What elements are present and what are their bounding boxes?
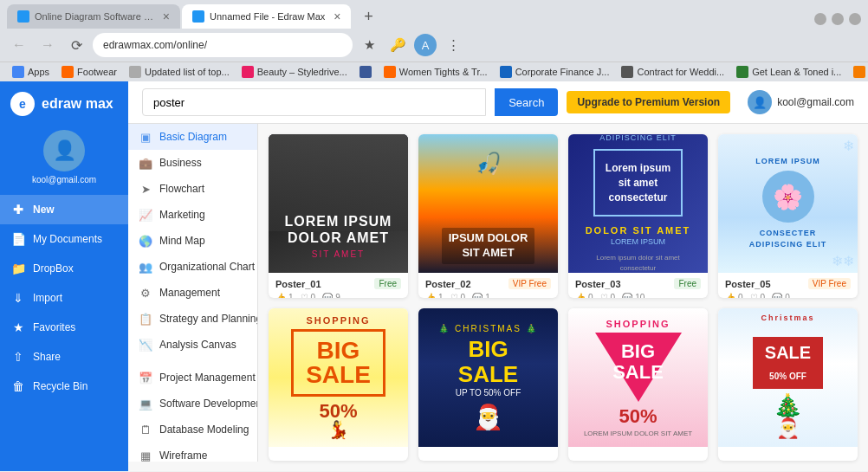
poster-info-shop2 xyxy=(568,447,708,461)
bookmark-footwear[interactable]: Footwear xyxy=(56,64,122,80)
database-icon: 🗒 xyxy=(139,423,152,436)
poster-card-05[interactable]: LOREM IPSUM 🌸 CONSECTERADIPISCING ELIT ❄… xyxy=(718,134,858,298)
flowchart-icon: ➤ xyxy=(139,182,152,196)
window-minimize[interactable] xyxy=(814,13,826,25)
content-area: LOREM IPSUMDOLOR AMET SIT AMET Poster_01… xyxy=(258,124,868,471)
cat-item-strategy[interactable]: 📋 Strategy and Planning xyxy=(128,306,257,332)
sidebar-item-my-documents[interactable]: 📄 My Documents xyxy=(0,224,128,254)
poster-info-02: Poster_02 VIP Free 👍1 ♡0 💬1 xyxy=(418,273,558,298)
bookmark-beauty[interactable]: Beauty – Styledrive... xyxy=(236,64,353,80)
sidebar-item-recycle-bin[interactable]: 🗑 Recycle Bin xyxy=(0,372,128,401)
sidebar-item-dropbox[interactable]: 📁 DropBox xyxy=(0,254,128,283)
main-body: ▣ Basic Diagram 💼 Business ➤ Flowchart 📈… xyxy=(128,124,868,471)
comment-icon-02: 💬 xyxy=(472,293,483,298)
business-icon: 💼 xyxy=(139,156,152,170)
bookmark-women[interactable]: Women Tights & Tr... xyxy=(379,64,493,80)
poster-badge-01: Free xyxy=(374,278,401,289)
cat-label-business: Business xyxy=(159,157,202,169)
comment-icon-03: 💬 xyxy=(622,293,632,298)
category-list: ▣ Basic Diagram 💼 Business ➤ Flowchart 📈… xyxy=(128,124,258,462)
forward-button[interactable]: → xyxy=(36,33,60,57)
cat-item-org[interactable]: 👥 Organizational Chart xyxy=(128,254,257,280)
tab-close-1[interactable]: × xyxy=(163,10,170,23)
more-options[interactable]: ⋮ xyxy=(441,33,465,57)
address-bar-row: ← → ⟳ ★ 🔑 A ⋮ xyxy=(0,29,868,61)
poster-title-05: Poster_05 xyxy=(725,279,771,289)
tab-active[interactable]: Unnamed File - Edraw Max × xyxy=(182,4,351,29)
bookmark-lean[interactable]: Get Lean & Toned i... xyxy=(731,64,846,80)
upgrade-button[interactable]: Upgrade to Premium Version xyxy=(567,91,730,113)
sidebar-item-share[interactable]: ⇧ Share xyxy=(0,342,128,372)
browser-chrome: Online Diagram Software - Edra... × Unna… xyxy=(0,0,868,81)
poster-title-01: Poster_01 xyxy=(275,279,321,289)
poster-card-02[interactable]: 🎣 IPSUM DOLORSIT AMET Poster_02 VIP Free… xyxy=(418,134,558,298)
cat-item-mindmap[interactable]: 🌎 Mind Map xyxy=(128,228,257,254)
bookmark-fb[interactable] xyxy=(354,64,377,80)
bookmark-fitness[interactable]: 30 Day Fitness Chal... xyxy=(848,64,868,80)
back-button[interactable]: ← xyxy=(7,33,31,57)
cat-item-business[interactable]: 💼 Business xyxy=(128,150,257,176)
bookmark-corporate[interactable]: Corporate Finance J... xyxy=(495,64,615,80)
tab-title-1: Online Diagram Software - Edra... xyxy=(35,11,154,22)
bookmark-updated[interactable]: Updated list of top... xyxy=(124,64,235,80)
poster-badge-03: Free xyxy=(674,278,701,289)
cat-item-basic[interactable]: ▣ Basic Diagram xyxy=(128,124,257,150)
tab-close-2[interactable]: × xyxy=(334,10,340,23)
cat-item-analysis[interactable]: 📉 Analysis Canvas xyxy=(128,332,257,358)
poster-card-xmas2[interactable]: Christmas SALE50% OFF 🎄 🎅 xyxy=(718,308,858,461)
poster-title-03: Poster_03 xyxy=(575,279,621,289)
address-input[interactable] xyxy=(93,33,353,57)
cat-item-flowchart[interactable]: ➤ Flowchart xyxy=(128,176,257,202)
management-icon: ⚙ xyxy=(139,286,152,300)
cat-item-database[interactable]: 🗒 Database Modeling xyxy=(128,417,257,443)
poster-stats-01: 👍1 ♡0 💬9 xyxy=(275,293,401,298)
sidebar-nav: ✚ New 📄 My Documents 📁 DropBox ⇓ Import … xyxy=(0,195,128,471)
tab-favicon-2 xyxy=(192,10,204,23)
window-maximize[interactable] xyxy=(832,13,844,25)
profile-icon[interactable]: A xyxy=(414,34,437,56)
window-close[interactable] xyxy=(849,13,861,25)
user-menu: 👤 kool@gmail.com xyxy=(748,90,854,114)
new-tab-button[interactable]: + xyxy=(356,4,380,29)
sidebar-item-import[interactable]: ⇓ Import xyxy=(0,283,128,313)
cat-item-project[interactable]: 📅 Project Management xyxy=(128,365,257,391)
heart-icon-05: ♡ xyxy=(750,293,758,298)
app: e edraw max 👤 kool@gmail.com ✚ New 📄 My … xyxy=(0,81,868,471)
cat-item-management[interactable]: ⚙ Management xyxy=(128,280,257,306)
sidebar-item-new[interactable]: ✚ New xyxy=(0,195,128,224)
cat-label-project: Project Management xyxy=(159,372,256,384)
sidebar-item-favorites-label: Favorites xyxy=(33,321,75,333)
poster-card-03[interactable]: CONSECTETUR ADIPISCING ELIT Lorem ipsums… xyxy=(568,134,708,298)
poster-card-xmas[interactable]: 🎄 CHRISTMAS 🎄 BIGSALE UP TO 50% OFF 🎅 xyxy=(418,308,558,461)
search-button[interactable]: Search xyxy=(495,88,558,116)
top-bar: Search Upgrade to Premium Version 👤 kool… xyxy=(128,81,868,124)
sidebar-item-favorites[interactable]: ★ Favorites xyxy=(0,313,128,342)
bookmark-contract[interactable]: Contract for Weddi... xyxy=(616,64,729,80)
marketing-icon: 📈 xyxy=(139,208,152,222)
cat-item-marketing[interactable]: 📈 Marketing xyxy=(128,202,257,228)
cat-item-wireframe[interactable]: ▦ Wireframe xyxy=(128,443,257,462)
reload-button[interactable]: ⟳ xyxy=(64,33,88,57)
sidebar-item-new-label: New xyxy=(33,204,55,216)
poster-card-shop2[interactable]: SHOPPING BIGSALE 50% LOREM IPSUM DOLOR S… xyxy=(568,308,708,461)
key-icon[interactable]: 🔑 xyxy=(385,33,410,57)
poster-card-01[interactable]: LOREM IPSUMDOLOR AMET SIT AMET Poster_01… xyxy=(269,134,408,298)
poster-thumb-xmas2: Christmas SALE50% OFF 🎄 🎅 xyxy=(718,308,858,447)
user-circle: 👤 xyxy=(748,90,772,114)
tab-inactive[interactable]: Online Diagram Software - Edra... × xyxy=(7,4,180,29)
recycle-icon: 🗑 xyxy=(10,378,26,394)
tab-title-2: Unnamed File - Edraw Max xyxy=(210,11,325,22)
org-icon: 👥 xyxy=(139,260,152,274)
cat-item-software[interactable]: 💻 Software Development xyxy=(128,391,257,417)
cat-label-wireframe: Wireframe xyxy=(159,449,207,462)
search-input[interactable] xyxy=(142,88,486,116)
poster-thumb-03: CONSECTETUR ADIPISCING ELIT Lorem ipsums… xyxy=(568,134,708,273)
bookmark-apps[interactable]: Apps xyxy=(7,64,55,80)
bookmark-star[interactable]: ★ xyxy=(357,33,381,57)
documents-icon: 📄 xyxy=(10,231,26,247)
cat-label-org: Organizational Chart xyxy=(159,261,255,273)
sidebar: e edraw max 👤 kool@gmail.com ✚ New 📄 My … xyxy=(0,81,128,471)
poster-card-shop1[interactable]: SHOPPING BIG SALE 50% 💃 xyxy=(269,308,408,461)
cat-label-management: Management xyxy=(159,287,220,299)
poster-info-03: Poster_03 Free 👍0 ♡0 💬10 xyxy=(568,273,708,298)
